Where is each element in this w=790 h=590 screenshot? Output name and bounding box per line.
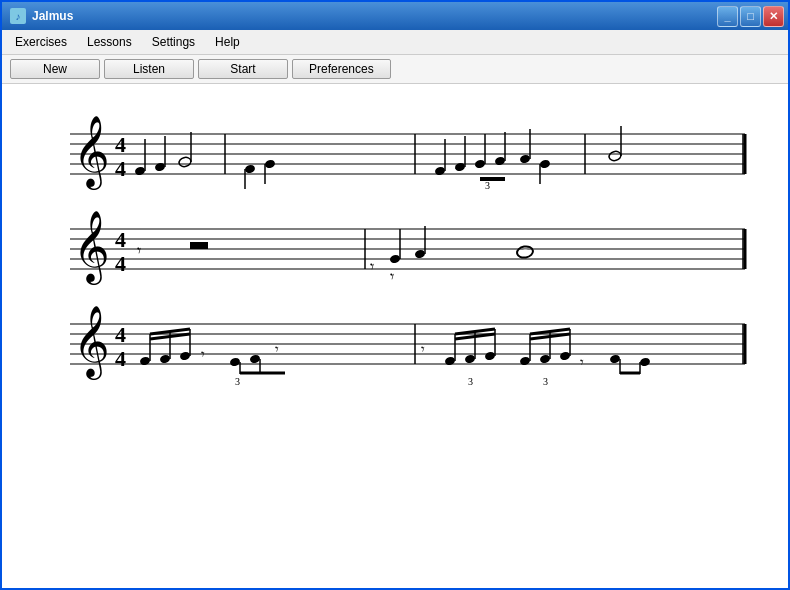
svg-point-107 bbox=[639, 357, 651, 367]
svg-point-95 bbox=[519, 356, 531, 366]
menu-bar: Exercises Lessons Settings Help bbox=[2, 30, 788, 55]
svg-point-90 bbox=[484, 351, 496, 361]
svg-point-9 bbox=[134, 166, 146, 176]
staff-3-svg: 𝄞 4 4 𝄾 bbox=[22, 299, 768, 394]
menu-help[interactable]: Help bbox=[206, 32, 249, 52]
svg-point-35 bbox=[608, 150, 622, 162]
title-bar: ♪ Jalmus _ □ ✕ bbox=[2, 2, 788, 30]
svg-point-32 bbox=[539, 159, 551, 169]
staff-1: 𝄞 4 4 bbox=[22, 104, 768, 194]
svg-point-97 bbox=[539, 354, 551, 364]
window-title: Jalmus bbox=[32, 9, 73, 23]
staff-2-svg: 𝄞 4 4 𝄾 𝄾 𝄾 bbox=[22, 204, 768, 289]
svg-point-105 bbox=[609, 354, 621, 364]
staff-3: 𝄞 4 4 𝄾 bbox=[22, 299, 768, 394]
svg-point-11 bbox=[154, 162, 166, 172]
maximize-button[interactable]: □ bbox=[740, 6, 761, 27]
svg-text:4: 4 bbox=[115, 251, 126, 276]
svg-point-30 bbox=[519, 154, 531, 164]
svg-text:𝄞: 𝄞 bbox=[73, 211, 110, 286]
svg-point-50 bbox=[389, 254, 401, 264]
main-window: ♪ Jalmus _ □ ✕ Exercises Lessons Setting… bbox=[0, 0, 790, 590]
close-button[interactable]: ✕ bbox=[763, 6, 784, 27]
menu-exercises[interactable]: Exercises bbox=[6, 32, 76, 52]
svg-text:𝄞: 𝄞 bbox=[73, 306, 110, 381]
new-button[interactable]: New bbox=[10, 59, 100, 79]
title-bar-controls: _ □ ✕ bbox=[717, 6, 784, 27]
svg-point-86 bbox=[444, 356, 456, 366]
svg-point-72 bbox=[179, 351, 191, 361]
svg-text:𝄾: 𝄾 bbox=[421, 346, 425, 352]
app-icon: ♪ bbox=[10, 8, 26, 24]
svg-text:𝄾: 𝄾 bbox=[390, 273, 394, 280]
svg-point-26 bbox=[494, 156, 506, 166]
svg-point-22 bbox=[454, 162, 466, 172]
svg-point-24 bbox=[474, 159, 486, 169]
svg-point-79 bbox=[249, 354, 261, 364]
svg-text:3: 3 bbox=[468, 376, 473, 387]
svg-point-68 bbox=[139, 356, 151, 366]
svg-point-88 bbox=[464, 354, 476, 364]
svg-point-17 bbox=[264, 159, 276, 169]
svg-point-70 bbox=[159, 354, 171, 364]
music-content: 𝄞 4 4 bbox=[2, 84, 788, 588]
toolbar: New Listen Start Preferences bbox=[2, 55, 788, 84]
title-bar-left: ♪ Jalmus bbox=[10, 8, 73, 24]
svg-point-99 bbox=[559, 351, 571, 361]
menu-lessons[interactable]: Lessons bbox=[78, 32, 141, 52]
svg-text:𝄞: 𝄞 bbox=[73, 116, 110, 191]
menu-settings[interactable]: Settings bbox=[143, 32, 204, 52]
svg-text:3: 3 bbox=[485, 180, 490, 191]
svg-text:4: 4 bbox=[115, 132, 126, 157]
svg-text:𝄾: 𝄾 bbox=[275, 346, 279, 352]
svg-point-57 bbox=[521, 249, 530, 255]
svg-point-15 bbox=[244, 164, 256, 174]
svg-text:4: 4 bbox=[115, 227, 126, 252]
staff-2: 𝄞 4 4 𝄾 𝄾 𝄾 bbox=[22, 204, 768, 289]
svg-text:𝄾: 𝄾 bbox=[137, 247, 141, 254]
svg-point-52 bbox=[414, 249, 426, 259]
svg-point-77 bbox=[229, 357, 241, 367]
listen-button[interactable]: Listen bbox=[104, 59, 194, 79]
svg-point-13 bbox=[178, 156, 192, 168]
svg-text:4: 4 bbox=[115, 346, 126, 371]
svg-text:3: 3 bbox=[543, 376, 548, 387]
preferences-button[interactable]: Preferences bbox=[292, 59, 391, 79]
svg-text:4: 4 bbox=[115, 322, 126, 347]
svg-text:4: 4 bbox=[115, 156, 126, 181]
svg-rect-48 bbox=[190, 242, 208, 249]
svg-text:3: 3 bbox=[235, 376, 240, 387]
svg-point-20 bbox=[434, 166, 446, 176]
staff-1-svg: 𝄞 4 4 bbox=[22, 104, 768, 194]
start-button[interactable]: Start bbox=[198, 59, 288, 79]
minimize-button[interactable]: _ bbox=[717, 6, 738, 27]
